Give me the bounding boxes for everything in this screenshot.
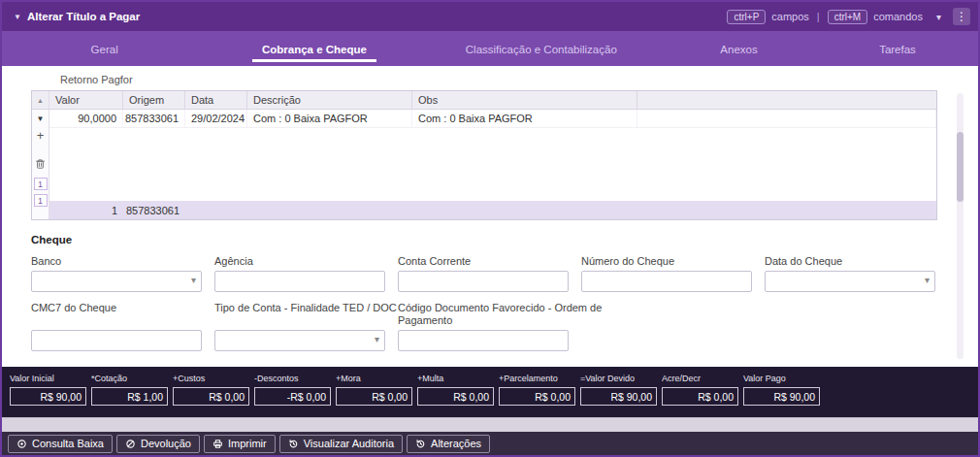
- column-header-obs[interactable]: Obs: [412, 91, 637, 109]
- window-title: Alterar Título a Pagar: [27, 11, 140, 22]
- chevron-down-icon[interactable]: ▾: [936, 12, 941, 22]
- tab-label: Geral: [82, 35, 128, 62]
- grid-gutter: ▲ ▼ + 1 1: [32, 91, 49, 219]
- total-label: *Cotação: [91, 374, 168, 383]
- total-label: Acre/Decr: [662, 374, 738, 383]
- sort-asc-icon[interactable]: ▲: [32, 91, 49, 110]
- total-cotacao: *Cotação R$ 1,00: [91, 374, 168, 406]
- agencia-input[interactable]: [214, 271, 385, 292]
- shortcut-campos-label: campos: [771, 11, 809, 22]
- boleto-section-title: Código de Barras do Boleto Bancário: [31, 365, 978, 367]
- retorno-pagfor-label: Retorno Pagfor: [60, 74, 978, 87]
- data-cheque-field: Data do Cheque ▾: [765, 247, 935, 292]
- total-valor-devido: =Valor Devido R$ 90,00: [580, 374, 657, 406]
- summary-count: 1: [49, 201, 123, 219]
- cmc7-input[interactable]: [31, 330, 202, 351]
- total-label: Valor Pago: [743, 374, 820, 383]
- column-header-origem[interactable]: Origem: [123, 91, 185, 109]
- total-value: R$ 0,00: [662, 387, 738, 406]
- window: ▼ Alterar Título a Pagar ctrl+P campos |…: [0, 0, 980, 457]
- vertical-scrollbar-thumb[interactable]: [957, 132, 964, 202]
- retorno-pagfor-grid: ▲ ▼ + 1 1 Valor Origem: [31, 90, 937, 220]
- banco-select[interactable]: ▾: [31, 271, 202, 292]
- cell-obs: Com : 0 Baixa PAGFOR: [412, 110, 637, 127]
- total-acre-decr: Acre/Decr R$ 0,00: [662, 374, 738, 406]
- total-mora: +Mora R$ 0,00: [336, 374, 412, 406]
- codigo-doc-input[interactable]: [398, 330, 569, 351]
- tab-cobranca-e-cheque[interactable]: Cobrança e Cheque: [207, 31, 421, 66]
- tab-label: Classificação e Contabilização: [456, 35, 627, 62]
- total-value: R$ 1,00: [91, 387, 168, 406]
- grid-pager-2[interactable]: 1: [34, 194, 48, 207]
- numero-cheque-field: Número do Cheque: [581, 247, 752, 292]
- chevron-down-icon: ▾: [925, 275, 930, 285]
- conta-corrente-label: Conta Corrente: [398, 255, 569, 268]
- tipo-conta-label: Tipo de Conta - Finalidade TED / DOC: [214, 302, 385, 327]
- delete-row-button[interactable]: [35, 156, 46, 174]
- column-header-valor[interactable]: Valor: [49, 91, 123, 109]
- alteracoes-button[interactable]: Alterações: [407, 435, 490, 453]
- data-cheque-select[interactable]: ▾: [765, 271, 935, 292]
- printer-icon: [212, 439, 223, 449]
- tab-tarefas[interactable]: Tarefas: [817, 31, 978, 66]
- total-label: -Descontos: [254, 374, 331, 383]
- tab-label: Cobrança e Cheque: [252, 35, 376, 62]
- cell-descricao: Com : 0 Baixa PAGFOR: [247, 110, 412, 127]
- total-valor-inicial: Valor Inicial R$ 90,00: [10, 374, 86, 406]
- banco-label: Banco: [31, 255, 202, 268]
- total-parcelamento: +Parcelamento R$ 0,00: [499, 374, 575, 406]
- separator: |: [817, 11, 820, 22]
- tab-label: Anexos: [710, 35, 767, 62]
- devolucao-button[interactable]: Devolução: [116, 435, 200, 453]
- vertical-scrollbar[interactable]: [957, 93, 964, 359]
- grid-header-row: Valor Origem Data Descrição Obs: [49, 91, 936, 110]
- cheque-row-2: CMC7 do Cheque Tipo de Conta - Finalidad…: [31, 292, 937, 351]
- content-area: Retorno Pagfor ▲ ▼ + 1 1: [2, 66, 978, 367]
- tab-anexos[interactable]: Anexos: [661, 31, 817, 66]
- total-value: R$ 90,00: [743, 387, 820, 406]
- total-valor-pago: Valor Pago R$ 90,00: [743, 374, 820, 406]
- total-label: +Multa: [417, 374, 494, 383]
- kebab-menu-icon[interactable]: ⋮: [953, 8, 970, 25]
- trash-icon: [35, 158, 46, 170]
- column-header-data[interactable]: Data: [185, 91, 247, 109]
- slash-circle-icon: [125, 439, 136, 449]
- row-marker-icon[interactable]: ▼: [37, 110, 45, 127]
- record-circle-icon: [16, 439, 27, 449]
- tipo-conta-field: Tipo de Conta - Finalidade TED / DOC ▾: [214, 292, 385, 351]
- summary-filler: [185, 201, 936, 219]
- total-value: R$ 90,00: [580, 387, 657, 406]
- agencia-label: Agência: [214, 255, 385, 268]
- total-label: +Mora: [336, 374, 412, 383]
- total-label: =Valor Devido: [580, 374, 657, 383]
- tab-geral[interactable]: Geral: [2, 31, 207, 66]
- conta-corrente-input[interactable]: [398, 271, 569, 292]
- total-descontos: -Descontos -R$ 0,00: [254, 374, 331, 406]
- grid-pager-1[interactable]: 1: [34, 178, 48, 190]
- cheque-section-title: Cheque: [31, 234, 978, 247]
- shortcut-campos-key: ctrl+P: [727, 10, 766, 24]
- total-multa: +Multa R$ 0,00: [417, 374, 494, 406]
- button-label: Visualizar Auditoria: [304, 438, 394, 449]
- button-label: Alterações: [431, 438, 481, 449]
- add-row-button[interactable]: +: [37, 127, 45, 143]
- consulta-baixa-button[interactable]: Consulta Baixa: [8, 435, 113, 453]
- collapse-caret-icon[interactable]: ▼: [14, 13, 21, 21]
- button-label: Imprimir: [228, 438, 267, 449]
- tipo-conta-select[interactable]: ▾: [214, 330, 385, 351]
- titlebar-left: ▼ Alterar Título a Pagar: [10, 11, 140, 22]
- numero-cheque-input[interactable]: [581, 271, 752, 292]
- column-header-filler: [637, 91, 936, 109]
- tab-classificacao-e-contabilizacao[interactable]: Classificação e Contabilização: [422, 31, 661, 66]
- grid-empty-area: [49, 128, 936, 201]
- column-header-descricao[interactable]: Descrição: [247, 91, 412, 109]
- visualizar-auditoria-button[interactable]: Visualizar Auditoria: [279, 435, 403, 453]
- cell-filler: [637, 110, 936, 127]
- total-value: R$ 90,00: [10, 387, 86, 406]
- total-label: +Custos: [173, 374, 249, 383]
- table-row[interactable]: 90,0000 857833061 29/02/2024 Com : 0 Bai…: [49, 110, 936, 128]
- status-strip: [2, 417, 978, 432]
- total-label: Valor Inicial: [10, 374, 86, 383]
- total-value: -R$ 0,00: [254, 387, 331, 406]
- imprimir-button[interactable]: Imprimir: [204, 435, 276, 453]
